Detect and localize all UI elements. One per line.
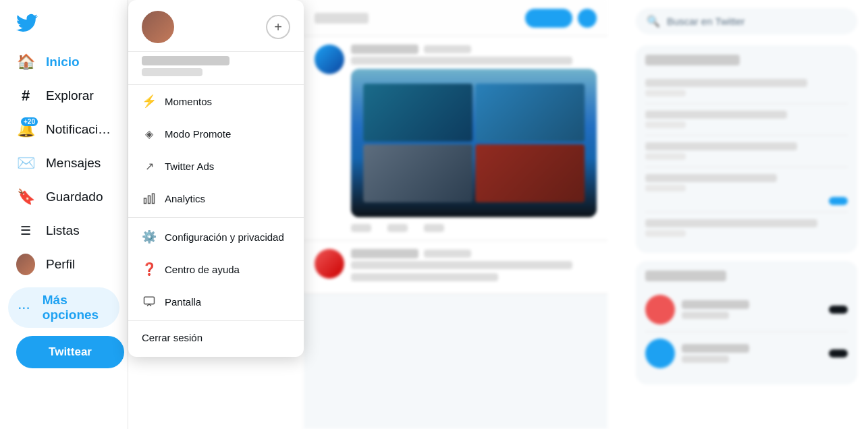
dropdown-item-label: Configuración y privacidad [165, 231, 284, 243]
dropdown-item-configuracion[interactable]: ⚙️ Configuración y privacidad [128, 221, 304, 253]
post-image [351, 69, 597, 217]
trending-card [636, 45, 857, 253]
post-content-2 [351, 249, 597, 285]
follow-item-2 [645, 332, 848, 375]
dropdown-item-label: Modo Promote [165, 128, 231, 140]
sidebar-item-listas[interactable]: ☰ Listas [8, 214, 119, 247]
mail-icon: ✉️ [16, 154, 35, 173]
svg-rect-2 [153, 194, 155, 203]
ads-icon: ↗ [142, 159, 157, 173]
trending-label-3 [645, 142, 797, 150]
sidebar-item-label: Listas [46, 223, 80, 238]
trending-item-3 [645, 136, 848, 167]
dropdown-item-label: Centro de ayuda [165, 264, 240, 275]
display-name-blurred [142, 56, 229, 65]
trending-title-blurred [645, 55, 740, 65]
bookmark-icon: 🔖 [16, 188, 35, 206]
bell-icon: 🔔 +20 [16, 120, 35, 139]
trending-item-5 [645, 212, 848, 244]
sidebar-item-label: Notificaci… [46, 122, 111, 137]
home-icon: 🏠 [16, 53, 35, 72]
sidebar-item-inicio[interactable]: 🏠 Inicio [8, 46, 119, 78]
help-icon: ❓ [142, 262, 157, 277]
trending-label-4 [645, 174, 777, 182]
dropdown-item-label: Analytics [165, 193, 205, 204]
explore-icon: # [16, 86, 35, 105]
svg-rect-3 [144, 297, 155, 304]
sidebar-item-label: Mensajes [46, 156, 101, 171]
follow-button-2[interactable] [829, 349, 848, 358]
twitter-logo[interactable] [8, 5, 119, 43]
sidebar-item-guardado[interactable]: 🔖 Guardado [8, 181, 119, 213]
follow-handle-2 [682, 355, 729, 363]
dropdown-item-centro-ayuda[interactable]: ❓ Centro de ayuda [128, 253, 304, 285]
sidebar-item-perfil[interactable]: Perfil [8, 248, 119, 281]
post-name-blurred [351, 45, 418, 54]
mas-opciones-button[interactable]: ··· Más opciones [8, 287, 119, 328]
like-btn-blurred [424, 224, 444, 232]
dropdown-item-analytics[interactable]: Analytics [128, 182, 304, 214]
twitter-bird-icon [16, 12, 38, 34]
center-feed [304, 0, 607, 429]
add-account-button[interactable]: + [266, 15, 290, 39]
sidebar-item-mensajes[interactable]: ✉️ Mensajes [8, 147, 119, 179]
post-text-blurred-3 [351, 273, 498, 281]
svg-rect-0 [144, 198, 146, 204]
trending-count-4 [645, 185, 686, 192]
sidebar-item-label: Inicio [46, 55, 80, 69]
dropdown-item-twitter-ads[interactable]: ↗ Twitter Ads [128, 150, 304, 182]
post-name-row [351, 45, 597, 54]
sidebar-item-explorar[interactable]: # Explorar [8, 80, 119, 112]
follow-button-1[interactable] [829, 306, 848, 314]
who-to-follow-title [645, 270, 726, 281]
post-text-blurred-2 [351, 261, 572, 269]
trending-count-1 [645, 90, 686, 96]
retweet-btn-blurred [387, 224, 408, 232]
trending-item-1 [645, 72, 848, 104]
dropdown-username-section [128, 56, 304, 85]
dropdown-item-label: Twitter Ads [165, 161, 214, 172]
follow-info-1 [682, 300, 822, 319]
dropdown-menu: + ⚡ Momentos ◈ Modo Promote ↗ Twitter Ad… [128, 0, 304, 357]
dropdown-item-label: Momentos [165, 96, 212, 107]
post-avatar-2 [315, 249, 344, 279]
trending-item-2 [645, 104, 848, 136]
who-to-follow-card [636, 261, 857, 384]
dropdown-item-momentos[interactable]: ⚡ Momentos [128, 85, 304, 117]
handle-blurred [142, 68, 202, 76]
notification-badge: +20 [21, 117, 38, 126]
follow-avatar-1 [645, 295, 675, 324]
sidebar-item-notificaciones[interactable]: 🔔 +20 Notificaci… [8, 113, 119, 146]
search-icon: 🔍 [647, 15, 660, 28]
post-name-row-2 [351, 249, 597, 258]
right-sidebar: 🔍 Buscar en Twitter [625, 0, 868, 429]
sidebar: 🏠 Inicio # Explorar 🔔 +20 Notificaci… ✉️… [0, 0, 128, 429]
sidebar-item-label: Explorar [46, 88, 94, 103]
trending-label-1 [645, 79, 807, 87]
svg-rect-1 [148, 196, 151, 203]
post-handle-blurred-2 [424, 250, 471, 258]
trending-blue-btn[interactable] [829, 197, 848, 205]
trending-count-5 [645, 230, 686, 237]
mas-opciones-label: Más opciones [43, 293, 111, 322]
search-placeholder: Buscar en Twitter [667, 16, 745, 27]
post-actions [351, 224, 597, 232]
dropdown-item-pantalla[interactable]: Pantalla [128, 285, 304, 318]
dropdown-item-modo-promote[interactable]: ◈ Modo Promote [128, 117, 304, 150]
twittear-button[interactable]: Twittear [16, 336, 124, 368]
post-text-blurred [351, 57, 572, 65]
follow-avatar-2 [645, 339, 675, 368]
post-avatar [315, 45, 344, 74]
cerrar-sesion-item[interactable]: Cerrar sesión [128, 324, 304, 351]
display-icon [142, 294, 157, 309]
dropdown-divider [128, 217, 304, 218]
search-bar[interactable]: 🔍 Buscar en Twitter [636, 8, 857, 34]
list-icon: ☰ [16, 221, 35, 240]
promote-icon: ◈ [142, 126, 157, 141]
trending-label-5 [645, 219, 817, 227]
dropdown-item-label: Pantalla [165, 296, 201, 308]
post-name-blurred-2 [351, 249, 418, 258]
feed-post-2 [304, 241, 607, 294]
follow-item-1 [645, 288, 848, 332]
post-content [351, 45, 597, 232]
